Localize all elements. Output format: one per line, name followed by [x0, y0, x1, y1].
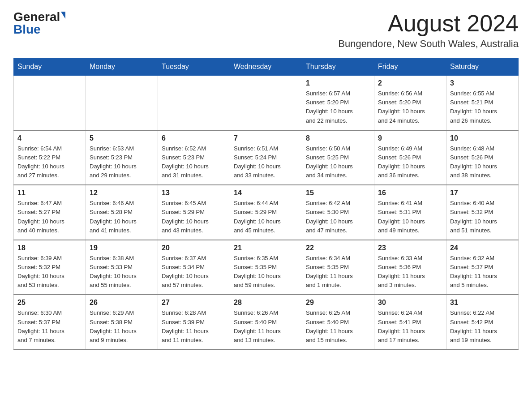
table-row: 6Sunrise: 6:52 AMSunset: 5:23 PMDaylight…	[158, 130, 230, 185]
table-row: 2Sunrise: 6:56 AMSunset: 5:20 PMDaylight…	[374, 76, 446, 130]
day-info: Sunrise: 6:44 AMSunset: 5:29 PMDaylight:…	[234, 199, 298, 235]
calendar-week-row: 4Sunrise: 6:54 AMSunset: 5:22 PMDaylight…	[14, 130, 519, 185]
logo-general: General	[13, 11, 60, 23]
table-row: 22Sunrise: 6:34 AMSunset: 5:35 PMDayligh…	[302, 240, 374, 295]
col-sunday: Sunday	[14, 58, 86, 76]
day-number: 23	[378, 244, 442, 252]
table-row	[14, 76, 86, 130]
col-tuesday: Tuesday	[158, 58, 230, 76]
day-info: Sunrise: 6:34 AMSunset: 5:35 PMDaylight:…	[306, 254, 370, 290]
day-number: 4	[17, 134, 82, 142]
day-number: 29	[306, 299, 370, 307]
table-row: 26Sunrise: 6:29 AMSunset: 5:38 PMDayligh…	[86, 295, 158, 350]
logo-triangle-icon	[61, 12, 65, 19]
day-info: Sunrise: 6:48 AMSunset: 5:26 PMDaylight:…	[450, 144, 515, 180]
day-number: 21	[234, 244, 298, 252]
table-row: 8Sunrise: 6:50 AMSunset: 5:25 PMDaylight…	[302, 130, 374, 185]
calendar-week-row: 11Sunrise: 6:47 AMSunset: 5:27 PMDayligh…	[14, 185, 519, 240]
day-info: Sunrise: 6:53 AMSunset: 5:23 PMDaylight:…	[90, 144, 154, 180]
day-info: Sunrise: 6:37 AMSunset: 5:34 PMDaylight:…	[162, 254, 226, 290]
table-row: 24Sunrise: 6:32 AMSunset: 5:37 PMDayligh…	[446, 240, 519, 295]
day-number: 18	[17, 244, 82, 252]
day-number: 27	[162, 299, 226, 307]
day-info: Sunrise: 6:25 AMSunset: 5:40 PMDaylight:…	[306, 308, 370, 345]
day-number: 19	[90, 244, 154, 252]
table-row	[230, 76, 302, 130]
table-row: 17Sunrise: 6:40 AMSunset: 5:32 PMDayligh…	[446, 185, 519, 240]
calendar-week-row: 18Sunrise: 6:39 AMSunset: 5:32 PMDayligh…	[14, 240, 519, 295]
day-info: Sunrise: 6:42 AMSunset: 5:30 PMDaylight:…	[306, 199, 370, 235]
day-info: Sunrise: 6:55 AMSunset: 5:21 PMDaylight:…	[450, 89, 515, 125]
table-row: 28Sunrise: 6:26 AMSunset: 5:40 PMDayligh…	[230, 295, 302, 350]
page-subtitle: Bungendore, New South Wales, Australia	[338, 38, 519, 50]
table-row: 21Sunrise: 6:35 AMSunset: 5:35 PMDayligh…	[230, 240, 302, 295]
table-row: 12Sunrise: 6:46 AMSunset: 5:28 PMDayligh…	[86, 185, 158, 240]
calendar-header-row: Sunday Monday Tuesday Wednesday Thursday…	[14, 58, 519, 76]
day-info: Sunrise: 6:28 AMSunset: 5:39 PMDaylight:…	[162, 308, 226, 345]
day-info: Sunrise: 6:33 AMSunset: 5:36 PMDaylight:…	[378, 254, 442, 290]
day-number: 14	[234, 189, 298, 197]
day-info: Sunrise: 6:30 AMSunset: 5:37 PMDaylight:…	[17, 308, 82, 345]
day-info: Sunrise: 6:51 AMSunset: 5:24 PMDaylight:…	[234, 144, 298, 180]
col-thursday: Thursday	[302, 58, 374, 76]
day-number: 31	[450, 299, 515, 307]
day-number: 6	[162, 134, 226, 142]
table-row: 29Sunrise: 6:25 AMSunset: 5:40 PMDayligh…	[302, 295, 374, 350]
day-info: Sunrise: 6:38 AMSunset: 5:33 PMDaylight:…	[90, 254, 154, 290]
day-info: Sunrise: 6:50 AMSunset: 5:25 PMDaylight:…	[306, 144, 370, 180]
table-row: 30Sunrise: 6:24 AMSunset: 5:41 PMDayligh…	[374, 295, 446, 350]
page-header: General Blue August 2024 Bungendore, New…	[13, 11, 519, 50]
day-number: 12	[90, 189, 154, 197]
day-number: 8	[306, 134, 370, 142]
table-row	[158, 76, 230, 130]
col-wednesday: Wednesday	[230, 58, 302, 76]
day-number: 2	[378, 79, 442, 87]
table-row: 9Sunrise: 6:49 AMSunset: 5:26 PMDaylight…	[374, 130, 446, 185]
table-row: 7Sunrise: 6:51 AMSunset: 5:24 PMDaylight…	[230, 130, 302, 185]
table-row: 19Sunrise: 6:38 AMSunset: 5:33 PMDayligh…	[86, 240, 158, 295]
day-number: 1	[306, 79, 370, 87]
day-info: Sunrise: 6:39 AMSunset: 5:32 PMDaylight:…	[17, 254, 82, 290]
day-number: 25	[17, 299, 82, 307]
table-row: 11Sunrise: 6:47 AMSunset: 5:27 PMDayligh…	[14, 185, 86, 240]
day-number: 30	[378, 299, 442, 307]
day-info: Sunrise: 6:54 AMSunset: 5:22 PMDaylight:…	[17, 144, 82, 180]
day-info: Sunrise: 6:46 AMSunset: 5:28 PMDaylight:…	[90, 199, 154, 235]
title-block: August 2024 Bungendore, New South Wales,…	[338, 11, 519, 50]
day-info: Sunrise: 6:29 AMSunset: 5:38 PMDaylight:…	[90, 308, 154, 345]
table-row: 1Sunrise: 6:57 AMSunset: 5:20 PMDaylight…	[302, 76, 374, 130]
day-info: Sunrise: 6:47 AMSunset: 5:27 PMDaylight:…	[17, 199, 82, 235]
day-number: 3	[450, 79, 515, 87]
table-row: 23Sunrise: 6:33 AMSunset: 5:36 PMDayligh…	[374, 240, 446, 295]
table-row: 25Sunrise: 6:30 AMSunset: 5:37 PMDayligh…	[14, 295, 86, 350]
day-number: 28	[234, 299, 298, 307]
table-row: 3Sunrise: 6:55 AMSunset: 5:21 PMDaylight…	[446, 76, 519, 130]
day-number: 10	[450, 134, 515, 142]
table-row: 16Sunrise: 6:41 AMSunset: 5:31 PMDayligh…	[374, 185, 446, 240]
table-row: 20Sunrise: 6:37 AMSunset: 5:34 PMDayligh…	[158, 240, 230, 295]
day-info: Sunrise: 6:35 AMSunset: 5:35 PMDaylight:…	[234, 254, 298, 290]
table-row: 14Sunrise: 6:44 AMSunset: 5:29 PMDayligh…	[230, 185, 302, 240]
day-number: 15	[306, 189, 370, 197]
calendar-table: Sunday Monday Tuesday Wednesday Thursday…	[13, 58, 519, 350]
day-info: Sunrise: 6:26 AMSunset: 5:40 PMDaylight:…	[234, 308, 298, 345]
table-row: 13Sunrise: 6:45 AMSunset: 5:29 PMDayligh…	[158, 185, 230, 240]
day-number: 24	[450, 244, 515, 252]
day-info: Sunrise: 6:56 AMSunset: 5:20 PMDaylight:…	[378, 89, 442, 125]
day-number: 13	[162, 189, 226, 197]
col-monday: Monday	[86, 58, 158, 76]
day-number: 11	[17, 189, 82, 197]
calendar-week-row: 25Sunrise: 6:30 AMSunset: 5:37 PMDayligh…	[14, 295, 519, 350]
logo: General Blue	[13, 11, 65, 36]
day-info: Sunrise: 6:22 AMSunset: 5:42 PMDaylight:…	[450, 308, 515, 345]
page-title: August 2024	[338, 11, 519, 36]
col-friday: Friday	[374, 58, 446, 76]
day-info: Sunrise: 6:45 AMSunset: 5:29 PMDaylight:…	[162, 199, 226, 235]
day-info: Sunrise: 6:40 AMSunset: 5:32 PMDaylight:…	[450, 199, 515, 235]
day-number: 5	[90, 134, 154, 142]
table-row: 10Sunrise: 6:48 AMSunset: 5:26 PMDayligh…	[446, 130, 519, 185]
table-row: 4Sunrise: 6:54 AMSunset: 5:22 PMDaylight…	[14, 130, 86, 185]
day-number: 9	[378, 134, 442, 142]
calendar-week-row: 1Sunrise: 6:57 AMSunset: 5:20 PMDaylight…	[14, 76, 519, 130]
table-row: 31Sunrise: 6:22 AMSunset: 5:42 PMDayligh…	[446, 295, 519, 350]
